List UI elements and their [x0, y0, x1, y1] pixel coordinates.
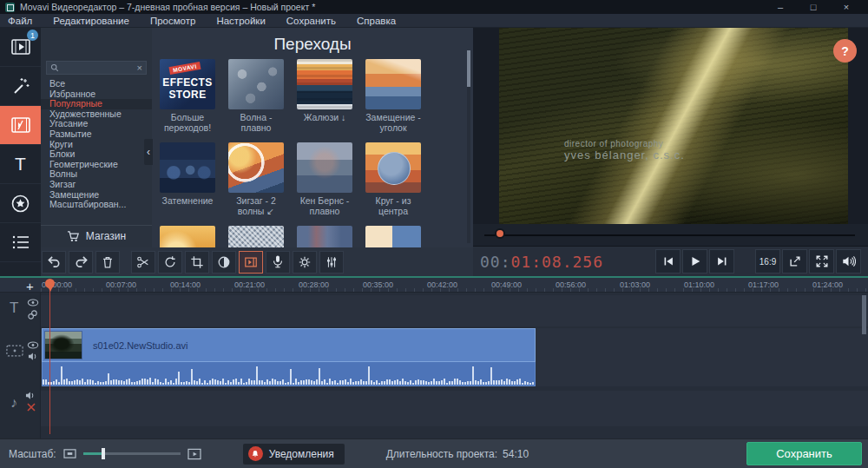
transition-item[interactable]: Зигзаг - 2 волны ↙ [228, 142, 284, 216]
playhead-pin[interactable] [45, 279, 55, 288]
transition-item[interactable]: Волна - плавно [228, 59, 284, 133]
sidebar-item-transitions[interactable] [0, 106, 41, 145]
split-transition-thumbnail-partial[interactable] [365, 226, 421, 247]
titles-link-icon[interactable] [27, 309, 38, 320]
video-mute-speaker-icon[interactable] [28, 352, 38, 361]
help-button[interactable]: ? [833, 39, 857, 63]
zoom-out-clip-icon[interactable] [63, 448, 76, 459]
redo-button[interactable] [69, 251, 93, 274]
audio-mute-speaker-icon[interactable] [25, 391, 36, 400]
video-visibility-eye-icon[interactable] [27, 341, 39, 349]
timeline-ruler[interactable]: 00:00:0000:07:0000:14:0000:21:0000:28:00… [0, 278, 868, 293]
volume-button[interactable] [836, 249, 861, 274]
zoom-in-clip-icon[interactable] [187, 448, 201, 460]
sidebar-item-stickers[interactable] [0, 184, 41, 223]
minimize-button[interactable]: – [764, 2, 797, 12]
waveform-bar [477, 381, 479, 385]
scrollbar-thumb[interactable] [467, 50, 470, 87]
audio-track[interactable] [41, 391, 868, 426]
waveform-bar [136, 381, 138, 385]
split-button[interactable] [131, 251, 155, 274]
waveform-bar [181, 382, 182, 385]
waveform-bar [147, 379, 148, 385]
waveform-bar [475, 380, 477, 385]
sidebar-item-media-import[interactable]: 1 [0, 28, 41, 67]
menu-item[interactable]: Настройки [216, 16, 265, 26]
delete-button[interactable] [95, 251, 120, 274]
sunset-gradient-thumbnail-partial[interactable] [160, 226, 215, 247]
record-voice-button[interactable] [266, 251, 290, 274]
menu-item[interactable]: Редактирование [53, 16, 129, 26]
menu-item[interactable]: Просмотр [150, 16, 196, 26]
waveform-bar [66, 379, 68, 385]
fullscreen-button[interactable] [809, 249, 834, 274]
transitions-panel: Переходы MOVAVIEFFECTSSTOREБольше перехо… [152, 28, 473, 247]
timeline-clip[interactable]: s01e02.NewStudio.avi [42, 328, 536, 386]
waveform-bar [373, 382, 375, 385]
blinds-thumbnail [297, 59, 352, 109]
category-item[interactable]: Масштабирован... [41, 200, 152, 210]
export-save-button[interactable]: Сохранить [746, 442, 862, 465]
list-icon [11, 234, 30, 250]
audio-unlink-icon[interactable] [26, 402, 36, 412]
waveform-bar [139, 380, 141, 385]
undo-button[interactable] [42, 251, 66, 274]
transition-item[interactable]: MOVAVIEFFECTSSTOREБольше переходов! [160, 59, 215, 133]
search-input[interactable] [62, 63, 135, 73]
next-frame-button[interactable] [709, 249, 734, 274]
menu-item[interactable]: Сохранить [286, 16, 336, 26]
transitions-icon [10, 115, 31, 135]
category-item[interactable]: Размытие [41, 129, 152, 140]
transition-item[interactable]: Круг - из центра [365, 142, 421, 216]
collapse-panel-button[interactable]: ‹ [144, 139, 153, 165]
waveform-bar [149, 378, 151, 385]
waveform-bar [516, 379, 518, 385]
transition-wizard-button[interactable] [239, 251, 263, 274]
category-item[interactable]: Зигзаг [41, 180, 152, 190]
sidebar-item-titles[interactable]: T [0, 145, 41, 184]
store-button[interactable]: Магазин [41, 225, 152, 246]
timeline-scrollbar-thumb[interactable] [862, 295, 866, 334]
clear-search-icon[interactable]: × [137, 63, 142, 73]
unpin-player-button[interactable] [782, 249, 807, 274]
audio-properties-button[interactable] [319, 251, 344, 274]
transition-item[interactable]: Замещение - уголок [365, 59, 421, 133]
color-adjust-button[interactable] [212, 251, 236, 274]
play-button[interactable] [682, 249, 707, 274]
transition-item[interactable]: Затемнение [160, 142, 215, 216]
seek-handle[interactable] [495, 228, 505, 239]
titles-track[interactable] [41, 295, 868, 326]
dissolve-noise-thumbnail-partial[interactable] [228, 226, 284, 247]
crop-button[interactable] [185, 251, 209, 274]
sticker-star-icon [10, 194, 30, 214]
transition-clip-icon [244, 255, 258, 269]
titles-visibility-eye-icon[interactable] [27, 299, 39, 307]
notifications-button[interactable]: Уведомления [243, 444, 345, 465]
blur-transition-thumbnail-partial[interactable] [297, 226, 352, 247]
aspect-ratio-button[interactable]: 16:9 [755, 249, 780, 274]
add-track-button[interactable]: + [26, 279, 34, 293]
category-item[interactable]: Блоки [41, 149, 152, 160]
previous-frame-button[interactable] [655, 249, 681, 274]
sidebar-item-filters[interactable] [0, 67, 41, 106]
sidebar-item-more-tools[interactable] [0, 223, 41, 262]
close-button[interactable]: × [830, 2, 863, 12]
waveform-bar [56, 379, 57, 385]
menu-item[interactable]: Справка [357, 16, 396, 26]
clip-waveform [42, 362, 536, 386]
maximize-button[interactable]: □ [797, 2, 830, 12]
timeline-zoom-slider[interactable] [83, 452, 181, 455]
slider-handle[interactable] [102, 448, 105, 459]
playhead-line[interactable] [49, 281, 50, 434]
menu-item[interactable]: Файл [8, 16, 32, 26]
transition-item[interactable]: Жалюзи ↓ [297, 59, 352, 133]
waveform-bar [488, 381, 490, 385]
transition-item[interactable]: Кен Бернс - плавно [297, 142, 352, 216]
transitions-scrollbar[interactable] [467, 50, 470, 243]
waveform-bar [433, 379, 435, 385]
ruler-label: 01:24:00 [812, 280, 843, 289]
clip-properties-button[interactable] [293, 251, 317, 274]
category-item[interactable]: Все [41, 79, 152, 89]
rotate-button[interactable] [158, 251, 182, 274]
seek-bar[interactable] [484, 234, 855, 236]
